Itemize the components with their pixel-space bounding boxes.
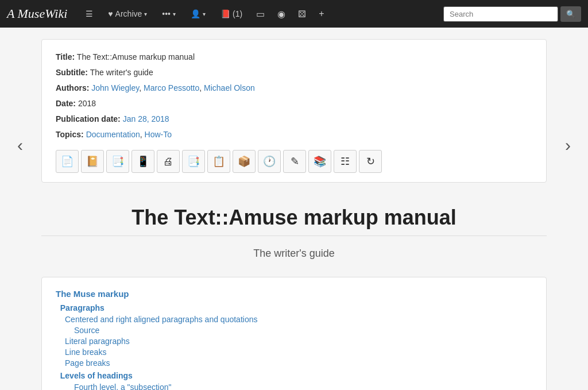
user-caret: ▾ <box>203 11 206 17</box>
refresh-icon: ↻ <box>366 155 375 168</box>
toc-pagebreaks-row: Page breaks <box>65 358 532 368</box>
nav-user[interactable]: 👤 ▾ <box>185 6 211 22</box>
toolbar: 📄 📔 📑 📱 🖨 📑 📋 📦 <box>56 150 532 173</box>
list-icon: ☰ <box>86 9 93 18</box>
mobile-icon: 📱 <box>137 155 149 168</box>
toc-fourth-row: Fourth level, a "subsection" <box>74 383 532 390</box>
imposed-button[interactable]: 📑 <box>182 150 205 173</box>
more-label: ••• <box>162 9 171 18</box>
toc-pagebreaks-link[interactable]: Page breaks <box>65 358 110 368</box>
subtitle-value: The writer's guide <box>90 68 153 77</box>
pubdate-value[interactable]: Jan 28, 2018 <box>123 114 169 123</box>
navbar: A MuseWiki ☰ ♥ Archive ▾ ••• ▾ 👤 ▾ 📕 (1)… <box>0 0 588 28</box>
document-title: The Text::Amuse markup manual <box>41 206 547 230</box>
nav-add[interactable]: + <box>314 5 328 22</box>
archive-label: Archive <box>115 9 142 18</box>
booklet-icon: 📔 <box>86 155 99 168</box>
author-john[interactable]: John Wiegley <box>91 83 139 92</box>
nav-list-icon[interactable]: ☰ <box>80 6 99 22</box>
title-divider <box>41 235 547 236</box>
toc-paragraphs: Paragraphs <box>56 303 532 312</box>
nav-tablet[interactable]: ▭ <box>252 5 269 23</box>
prev-arrow[interactable]: ‹ <box>13 131 28 160</box>
toc-section-title: The Muse markup <box>56 289 532 299</box>
date-label: Date: <box>56 99 76 108</box>
authors-label: Authors: <box>56 83 89 92</box>
search-button[interactable]: 🔍 <box>560 6 581 22</box>
user-icon: 👤 <box>191 9 200 18</box>
epub-icon: 📑 <box>111 155 124 168</box>
pin-button[interactable]: 📚 <box>308 150 331 173</box>
edit-icon: ✎ <box>291 155 299 168</box>
pdf-button[interactable]: 📄 <box>56 150 79 173</box>
plain-button[interactable]: 📋 <box>207 150 230 173</box>
heart-icon: ♥ <box>108 9 113 18</box>
nav-rss[interactable]: ◉ <box>273 5 290 23</box>
toc-literal-link[interactable]: Literal paragraphs <box>65 337 130 346</box>
author-michael[interactable]: Michael Olson <box>204 83 255 92</box>
nav-archive[interactable]: ♥ Archive ▾ <box>102 6 153 22</box>
topics-row: Topics: Documentation, How-To <box>56 129 532 141</box>
toc-linebreaks-row: Line breaks <box>65 347 532 357</box>
book-count: (1) <box>233 9 242 18</box>
title-label: Title: <box>56 52 75 61</box>
subtitle-row: Subtitle: The writer's guide <box>56 67 532 79</box>
authors-row: Authors: John Wiegley, Marco Pessotto, M… <box>56 82 532 94</box>
toc-literal-row: Literal paragraphs <box>65 337 532 346</box>
toc-headings: Levels of headings <box>56 371 532 380</box>
plain-icon: 📋 <box>212 155 225 168</box>
booklet-button[interactable]: 📔 <box>81 150 104 173</box>
next-arrow[interactable]: › <box>560 131 575 160</box>
topics-label: Topics: <box>56 130 84 139</box>
history-icon: 🕐 <box>263 155 276 168</box>
nav-book[interactable]: 📕 (1) <box>215 6 248 22</box>
print-button[interactable]: 🖨 <box>157 150 180 173</box>
zip-button[interactable]: 📦 <box>233 150 256 173</box>
mobile-button[interactable]: 📱 <box>131 150 154 173</box>
toc-centered-row: Centered and right aligned paragraphs an… <box>65 315 532 324</box>
date-value: 2018 <box>78 99 96 108</box>
topic-documentation[interactable]: Documentation <box>86 130 140 139</box>
document-subtitle: The writer's guide <box>41 248 547 260</box>
tablet-icon: ▭ <box>256 9 265 19</box>
random-icon: ⚄ <box>298 9 306 19</box>
search-area: 🔍 <box>443 6 581 22</box>
title-section: The Text::Amuse markup manual The writer… <box>41 194 547 277</box>
refresh-button[interactable]: ↻ <box>359 150 382 173</box>
toc-paragraphs-link[interactable]: Paragraphs <box>60 303 105 312</box>
pubdate-label: Publication date: <box>56 114 121 123</box>
nav-more[interactable]: ••• ▾ <box>156 6 181 22</box>
title-value: The Text::Amuse markup manual <box>77 52 195 61</box>
toc-source-row: Source <box>74 326 532 335</box>
more-caret: ▾ <box>173 11 176 17</box>
toc-fourth-link[interactable]: Fourth level, a "subsection" <box>74 383 171 390</box>
book-icon: 📕 <box>220 9 230 18</box>
main-content: ‹ Title: The Text::Amuse markup manual S… <box>36 39 552 390</box>
pdf-icon: 📄 <box>61 155 74 168</box>
list-button[interactable]: ☷ <box>334 150 357 173</box>
history-button[interactable]: 🕐 <box>258 150 281 173</box>
edit-button[interactable]: ✎ <box>283 150 306 173</box>
list-icon: ☷ <box>341 155 350 168</box>
rss-icon: ◉ <box>277 9 285 19</box>
toc-centered-link[interactable]: Centered and right aligned paragraphs an… <box>65 315 257 324</box>
add-icon: + <box>319 9 324 18</box>
nav-random[interactable]: ⚄ <box>293 5 311 23</box>
pubdate-row: Publication date: Jan 28, 2018 <box>56 113 532 125</box>
toc-source-link[interactable]: Source <box>74 326 99 335</box>
title-row: Title: The Text::Amuse markup manual <box>56 51 532 63</box>
print-icon: 🖨 <box>163 156 173 168</box>
search-input[interactable] <box>443 6 558 22</box>
imposed-icon: 📑 <box>187 155 200 168</box>
topic-howto[interactable]: How-To <box>145 130 172 139</box>
epub-button[interactable]: 📑 <box>106 150 129 173</box>
pin-icon: 📚 <box>314 155 326 168</box>
zip-icon: 📦 <box>238 155 250 168</box>
toc-card: The Muse markup Paragraphs Centered and … <box>41 277 547 390</box>
author-marco[interactable]: Marco Pessotto <box>144 83 199 92</box>
toc-muse-markup[interactable]: The Muse markup <box>56 289 129 299</box>
toc-headings-link[interactable]: Levels of headings <box>60 371 133 380</box>
archive-caret: ▾ <box>144 11 147 17</box>
brand-logo[interactable]: A MuseWiki <box>7 6 67 21</box>
toc-linebreaks-link[interactable]: Line breaks <box>65 347 106 357</box>
